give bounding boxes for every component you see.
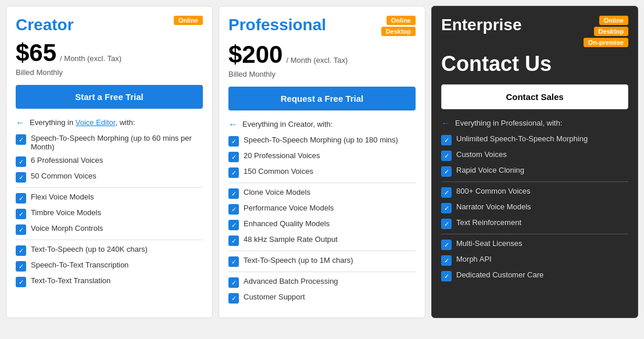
pro-feature-1: ✓ Speech-To-Speech Morphing (up to 180 m… [228,135,416,147]
creator-feature-4-text: Flexi Voice Models [31,192,94,201]
creator-feature-7-text: Text-To-Speech (up to 240K chars) [31,245,148,254]
creator-header: Creator Online [16,16,203,34]
professional-desktop-badge: Desktop [381,27,416,36]
enterprise-online-badge: Online [599,16,628,25]
ent-feature-1: ✓ Unlimited Speech-To-Speech Morphing [441,134,628,145]
check-icon: ✓ [441,240,452,250]
creator-arrow-icon: ← [16,117,25,128]
creator-online-badge: Online [174,16,203,25]
check-icon: ✓ [228,235,239,246]
ent-feature-9-text: Dedicated Customer Care [456,270,543,279]
creator-feature-8-text: Speech-To-Text Transcription [31,261,128,269]
professional-title: Professional [228,16,326,34]
pro-feature-4-text: Clone Voice Models [244,188,310,197]
creator-feature-3: ✓ 50 Common Voices [16,172,203,183]
professional-plan-card: Professional Online Desktop $200 / Month… [219,6,425,318]
professional-features-below: ✓ Text-To-Speech (up to 1M chars) [228,256,416,267]
check-icon: ✓ [441,151,452,161]
ent-feature-8-text: Morph API [456,255,492,263]
creator-price-row: $65 / Month (excl. Tax) [16,39,203,67]
creator-everything-line: ← Everything in Voice Editor, with: [16,117,203,128]
enterprise-badges: Online Desktop On-premise [584,16,628,47]
check-icon: ✓ [16,134,26,145]
pro-feature-7-text: 48 kHz Sample Rate Output [244,235,338,244]
professional-divider-1 [228,183,416,183]
enterprise-cta-button[interactable]: Contact Sales [441,84,628,109]
creator-feature-1: ✓ Speech-To-Speech Morphing (up to 60 mi… [16,134,203,151]
professional-price-row: $200 / Month (excl. Tax) [228,41,416,69]
enterprise-features-below: ✓ 800+ Common Voices ✓ Narrator Voice Mo… [441,187,628,229]
check-icon: ✓ [16,172,26,183]
check-icon: ✓ [441,219,452,229]
creator-feature-5: ✓ Timbre Voice Models [16,208,203,219]
check-icon: ✓ [228,220,239,230]
creator-price: $65 [16,39,56,67]
enterprise-everything-text: Everything in Professional, with: [455,119,562,127]
pro-feature-1-text: Speech-To-Speech Morphing (up to 180 min… [244,135,398,144]
ent-feature-5: ✓ Narrator Voice Models [441,202,628,213]
professional-features-middle: ✓ Clone Voice Models ✓ Performance Voice… [228,188,416,246]
check-icon: ✓ [16,245,26,256]
creator-feature-3-text: 50 Common Voices [31,172,96,180]
professional-cta-button[interactable]: Request a Free Trial [228,87,416,110]
check-icon: ✓ [228,204,239,215]
enterprise-contact-title: Contact Us [441,52,628,76]
enterprise-everything-line: ← Everything in Professional, with: [441,117,628,129]
check-icon: ✓ [16,224,26,235]
check-icon: ✓ [228,277,239,288]
check-icon: ✓ [16,261,26,272]
professional-features-above: ✓ Speech-To-Speech Morphing (up to 180 m… [228,135,416,178]
enterprise-onpremise-badge: On-premise [584,38,628,47]
check-icon: ✓ [228,167,239,178]
check-icon: ✓ [16,193,26,204]
check-icon: ✓ [16,277,26,287]
pro-feature-2: ✓ 20 Professional Voices [228,151,416,162]
creator-feature-1-text: Speech-To-Speech Morphing (up to 60 mins… [31,134,203,151]
enterprise-title: Enterprise [441,16,522,34]
professional-everything-line: ← Everything in Creator, with: [228,119,416,130]
ent-feature-2: ✓ Custom Voices [441,150,628,161]
pro-feature-10: ✓ Customer Support [228,292,416,304]
enterprise-divider-1 [441,181,628,182]
enterprise-features-above: ✓ Unlimited Speech-To-Speech Morphing ✓ … [441,134,628,177]
professional-badges: Online Desktop [381,16,416,36]
pro-feature-2-text: 20 Professional Voices [244,151,320,160]
ent-feature-1-text: Unlimited Speech-To-Speech Morphing [456,134,588,143]
check-icon: ✓ [441,187,452,198]
check-icon: ✓ [228,256,239,267]
creator-everything-text: Everything in Voice Editor, with: [30,118,135,127]
pro-feature-8: ✓ Text-To-Speech (up to 1M chars) [228,256,416,267]
professional-arrow-icon: ← [228,119,238,130]
pro-feature-8-text: Text-To-Speech (up to 1M chars) [244,256,353,265]
check-icon: ✓ [441,255,452,266]
pro-feature-7: ✓ 48 kHz Sample Rate Output [228,235,416,246]
creator-billed: Billed Monthly [16,68,203,77]
creator-feature-2: ✓ 6 Professional Voices [16,156,203,167]
pro-feature-3: ✓ 150 Common Voices [228,167,416,178]
creator-features-bottom: ✓ Text-To-Speech (up to 240K chars) ✓ Sp… [16,245,203,287]
pro-feature-6-text: Enhanced Quality Models [244,219,330,228]
pricing-container: Creator Online $65 / Month (excl. Tax) B… [6,6,638,318]
ent-feature-8: ✓ Morph API [441,255,628,266]
ent-feature-3: ✓ Rapid Voice Cloning [441,166,628,177]
pro-feature-3-text: 150 Common Voices [244,167,313,176]
creator-divider-2 [16,240,203,240]
ent-feature-4: ✓ 800+ Common Voices [441,187,628,198]
pro-feature-10-text: Customer Support [244,292,305,301]
creator-link[interactable]: Voice Editor [76,118,116,127]
creator-feature-4: ✓ Flexi Voice Models [16,192,203,204]
creator-title: Creator [16,16,74,34]
creator-feature-6: ✓ Voice Morph Controls [16,224,203,235]
check-icon: ✓ [441,203,452,213]
enterprise-arrow-icon: ← [441,118,450,129]
check-icon: ✓ [16,209,26,219]
creator-cta-button[interactable]: Start a Free Trial [16,85,203,109]
ent-feature-5-text: Narrator Voice Models [456,202,531,211]
professional-divider-3 [228,272,416,272]
pro-feature-5: ✓ Performance Voice Models [228,204,416,215]
ent-feature-6: ✓ Text Reinforcement [441,218,628,229]
ent-feature-4-text: 800+ Common Voices [456,187,531,195]
check-icon: ✓ [228,293,239,304]
pro-feature-4: ✓ Clone Voice Models [228,188,416,199]
creator-price-period: / Month (excl. Tax) [60,54,121,63]
